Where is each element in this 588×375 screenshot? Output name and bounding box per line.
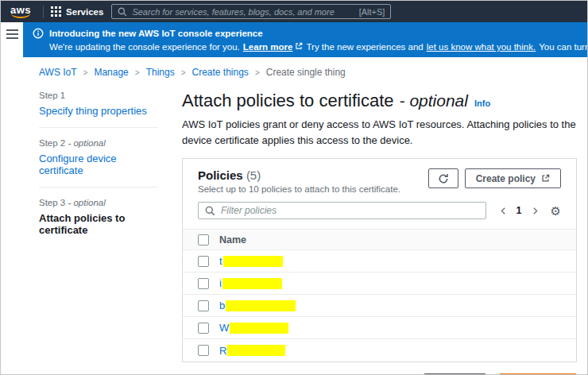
step1-number: Step 1	[39, 91, 65, 100]
policy-name-link[interactable]: i	[219, 277, 282, 289]
step1-link[interactable]: Specify thing properties	[39, 105, 158, 117]
wizard-steps-sidebar: Step 1 Specify thing properties Step 2 -…	[39, 91, 158, 374]
banner-row: Introducing the new AWS IoT console expe…	[1, 22, 587, 57]
step3-number: Step 3	[39, 198, 65, 207]
page-title: Attach policies to certificate	[182, 91, 394, 111]
wizard-step-3: Step 3 - optional Attach policies to cer…	[39, 198, 158, 236]
info-link[interactable]: Info	[474, 99, 490, 108]
breadcrumb-separator: >	[181, 68, 186, 77]
redacted-policy-name	[227, 345, 285, 356]
breadcrumb: AWS IoT > Manage > Things > Create thing…	[39, 67, 587, 78]
banner-text-3: You can turn off the new experience from…	[539, 42, 587, 52]
refresh-button[interactable]	[428, 168, 458, 188]
panel-title: Policies	[198, 168, 243, 182]
filter-placeholder: Filter policies	[221, 205, 277, 216]
step-divider	[39, 127, 158, 128]
page-description: AWS IoT policies grant or deny access to…	[182, 117, 577, 148]
feedback-link[interactable]: let us know what you think.	[427, 42, 536, 52]
breadcrumb-separator: >	[83, 68, 88, 77]
banner-text-2: Try the new experiences and	[306, 42, 423, 52]
services-grid-icon	[51, 6, 61, 17]
policy-name-link[interactable]: R	[219, 345, 285, 357]
external-link-icon	[295, 42, 303, 50]
breadcrumb-separator: >	[255, 68, 260, 77]
topbar-divider	[43, 6, 44, 18]
table-row: i	[183, 273, 576, 295]
services-menu-button[interactable]: Services	[51, 6, 103, 17]
step2-number: Step 2	[39, 138, 65, 148]
current-page-number: 1	[516, 205, 522, 216]
policy-name-link[interactable]: b	[219, 300, 296, 311]
policy-name-prefix: b	[219, 300, 225, 311]
breadcrumb-manage[interactable]: Manage	[94, 67, 128, 78]
preferences-gear-icon[interactable]: ⚙	[551, 205, 561, 217]
redacted-policy-name	[230, 323, 288, 334]
table-row: b	[183, 295, 576, 317]
policy-name-link[interactable]: t	[219, 255, 283, 267]
new-experience-banner: Introducing the new AWS IoT console expe…	[23, 22, 587, 57]
breadcrumb-aws-iot[interactable]: AWS IoT	[39, 67, 77, 78]
breadcrumb-separator: >	[135, 68, 140, 77]
global-search-input[interactable]: Search for services, features, blogs, do…	[111, 4, 391, 19]
pagination: 1	[499, 205, 540, 216]
redacted-policy-name	[223, 256, 283, 267]
row-checkbox[interactable]	[198, 323, 209, 334]
banner-text-1: We're updating the console experience fo…	[49, 42, 240, 52]
step3-current-label: Attach policies to certificate	[39, 212, 158, 236]
previous-button[interactable]: Previous	[424, 373, 486, 374]
table-row: R	[183, 339, 576, 361]
search-placeholder: Search for services, features, blogs, do…	[132, 7, 354, 17]
step3-optional: - optional	[68, 198, 105, 207]
create-thing-button[interactable]: Create thing	[499, 373, 577, 374]
policy-name-prefix: R	[219, 345, 226, 357]
row-checkbox[interactable]	[198, 278, 209, 289]
wizard-step-2: Step 2 - optional Configure device certi…	[39, 138, 158, 176]
table-row: t	[183, 250, 576, 273]
wizard-footer-actions: Cancel Previous Create thing	[182, 373, 577, 374]
policy-name-prefix: W	[219, 322, 229, 334]
panel-heading: Policies (5) Select up to 10 policies to…	[198, 168, 400, 194]
menu-icon[interactable]	[6, 29, 18, 39]
services-label: Services	[66, 7, 103, 17]
panel-subtitle: Select up to 10 policies to attach to th…	[198, 184, 400, 194]
step2-link[interactable]: Configure device certificate	[39, 153, 158, 176]
policy-name-prefix: t	[219, 255, 222, 267]
select-all-checkbox[interactable]	[198, 234, 209, 245]
policies-panel: Policies (5) Select up to 10 policies to…	[182, 158, 577, 362]
policies-count: (5)	[246, 168, 261, 182]
banner-message: We're updating the console experience fo…	[49, 42, 578, 52]
pagination-prev-button[interactable]	[499, 207, 508, 215]
pagination-next-button[interactable]	[531, 207, 540, 215]
step-divider	[39, 187, 158, 188]
top-navigation-bar: aws Services Search for services, featur…	[1, 1, 587, 22]
refresh-icon	[438, 173, 449, 184]
learn-more-link[interactable]: Learn more	[243, 42, 304, 52]
breadcrumb-create-things[interactable]: Create things	[192, 67, 249, 78]
policy-name-prefix: i	[219, 277, 222, 289]
aws-console-window: aws Services Search for services, featur…	[0, 0, 588, 375]
search-shortcut-hint: [Alt+S]	[359, 7, 385, 17]
external-link-icon	[541, 174, 550, 183]
page-title-optional: - optional	[400, 91, 468, 110]
create-policy-button[interactable]: Create policy	[465, 168, 561, 188]
redacted-policy-name	[222, 278, 282, 289]
search-icon	[118, 7, 127, 17]
aws-logo-text: aws	[10, 4, 31, 16]
step2-optional: - optional	[68, 138, 105, 148]
filter-policies-input[interactable]: Filter policies	[198, 202, 486, 219]
page-body: AWS IoT > Manage > Things > Create thing…	[1, 57, 587, 374]
redacted-policy-name	[226, 300, 296, 311]
table-header-row: Name	[183, 229, 576, 250]
table-row: W	[183, 317, 576, 339]
breadcrumb-create-single-thing: Create single thing	[266, 67, 346, 78]
learn-more-label: Learn more	[243, 42, 293, 52]
policy-name-link[interactable]: W	[219, 322, 288, 334]
breadcrumb-things[interactable]: Things	[146, 67, 175, 78]
main-content: Attach policies to certificate - optiona…	[182, 91, 577, 374]
aws-logo[interactable]: aws	[7, 3, 36, 20]
row-checkbox[interactable]	[198, 300, 209, 311]
row-checkbox[interactable]	[198, 256, 209, 267]
left-rail	[1, 22, 23, 57]
info-icon	[33, 28, 44, 39]
row-checkbox[interactable]	[198, 345, 209, 356]
